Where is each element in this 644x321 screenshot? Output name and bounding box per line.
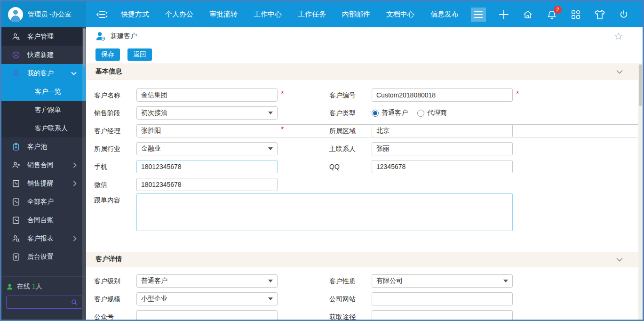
main-contact-input[interactable] xyxy=(372,142,513,155)
radio-normal-customer[interactable] xyxy=(372,110,379,117)
customer-level-select[interactable]: 普通客户 xyxy=(136,274,278,288)
account-manager-label: 客户经理 xyxy=(94,124,135,137)
contact-book-icon xyxy=(11,179,21,188)
sidebar-scrollbar[interactable] xyxy=(82,27,86,320)
search-icon[interactable] xyxy=(71,298,78,306)
sidebar-scrollbar-thumb[interactable] xyxy=(83,28,86,67)
hamburger-menu-icon[interactable] xyxy=(471,8,486,22)
person-search-icon xyxy=(11,234,21,243)
sidebar-item-customer-list[interactable]: 客户一览 xyxy=(1,82,86,101)
chevron-down-icon[interactable] xyxy=(616,70,623,74)
notifications-bell-icon[interactable]: 2 xyxy=(546,9,557,20)
chevron-down-icon xyxy=(71,72,77,75)
qq-label: QQ xyxy=(329,160,370,173)
radio-label: 代理商 xyxy=(427,109,447,117)
official-account-input[interactable] xyxy=(136,310,278,320)
customer-nature-label: 客户性质 xyxy=(329,274,370,288)
sales-stage-select[interactable]: 初次接洽 xyxy=(136,106,278,120)
back-button[interactable]: 返回 xyxy=(127,48,152,61)
sidebar-item-sales-reminder[interactable]: 销售提醒 xyxy=(1,174,86,193)
sidebar-item-sales-contract[interactable]: 销售合同 xyxy=(1,156,86,174)
wechat-label: 微信 xyxy=(94,178,135,191)
user-name: 管理员 -办公室 xyxy=(28,10,72,19)
sales-stage-label: 销售阶段 xyxy=(94,106,135,120)
required-asterisk: * xyxy=(516,90,519,98)
sidebar-item-backend-settings[interactable]: 后台设置 xyxy=(1,248,86,266)
caret-down-icon xyxy=(268,112,273,114)
main-content: 新建客户 保存 返回 基本信息 客户名称 * 客户编号 xyxy=(86,27,643,320)
sidebar-search-box[interactable] xyxy=(6,296,82,309)
mobile-input[interactable] xyxy=(136,160,278,173)
add-icon[interactable] xyxy=(498,9,509,20)
sidebar-search-input[interactable] xyxy=(10,299,71,306)
menu-item-info-publish[interactable]: 信息发布 xyxy=(430,10,459,19)
industry-select[interactable]: 金融业 xyxy=(136,142,278,155)
theme-shirt-icon[interactable] xyxy=(594,9,605,20)
menu-item-internal-mail[interactable]: 内部邮件 xyxy=(342,10,370,19)
menu-item-work-center[interactable]: 工作中心 xyxy=(254,10,282,19)
apps-grid-icon[interactable] xyxy=(570,9,581,20)
region-label: 所属区域 xyxy=(329,124,370,137)
chevron-down-icon[interactable] xyxy=(616,257,623,262)
company-site-input[interactable] xyxy=(372,292,513,305)
company-site-label: 公司网站 xyxy=(329,292,370,305)
section-basic-info[interactable]: 基本信息 xyxy=(86,64,643,80)
customer-no-input[interactable] xyxy=(372,88,513,102)
sidebar-item-customer-report[interactable]: 客户报表 xyxy=(1,229,86,248)
menu-item-personal-office[interactable]: 个人办公 xyxy=(165,10,193,19)
chevron-right-icon xyxy=(73,236,77,241)
sidebar-item-customer-management[interactable]: 客户管理 xyxy=(1,27,86,46)
favorite-star-icon[interactable] xyxy=(614,32,623,40)
region-input[interactable] xyxy=(372,124,513,137)
mobile-label: 手机 xyxy=(94,160,135,173)
menu-item-document-center[interactable]: 文档中心 xyxy=(386,10,414,19)
content-scrollbar[interactable] xyxy=(638,64,643,320)
power-icon[interactable] xyxy=(618,9,629,20)
qq-input[interactable] xyxy=(372,160,513,173)
settings-book-icon xyxy=(11,253,21,261)
customer-nature-select[interactable]: 有限公司 xyxy=(372,274,513,288)
content-header: 新建客户 xyxy=(86,27,643,45)
required-asterisk: * xyxy=(281,90,284,98)
chevron-right-icon xyxy=(73,162,77,168)
menu-item-approval-flow[interactable]: 审批流转 xyxy=(209,10,238,19)
industry-label: 所属行业 xyxy=(94,142,135,155)
online-count: 1 xyxy=(32,282,36,290)
menu-item-shortcuts[interactable]: 快捷方式 xyxy=(121,10,149,19)
content-scrollbar-thumb[interactable] xyxy=(639,64,642,106)
caret-down-icon xyxy=(268,297,273,300)
save-button[interactable]: 保存 xyxy=(95,48,120,61)
form-row-textarea: 跟单内容 xyxy=(86,193,643,238)
form-row: 所属行业 金融业 主联系人 xyxy=(86,140,643,158)
main-contact-label: 主联系人 xyxy=(329,142,370,155)
section-customer-detail[interactable]: 客户详情 xyxy=(86,252,643,267)
person-icon xyxy=(11,69,21,78)
sidebar-item-all-customers[interactable]: 全部客户 xyxy=(1,193,86,211)
acquisition-input[interactable] xyxy=(372,310,513,320)
sidebar-item-my-customers[interactable]: 我的客户 xyxy=(1,64,86,82)
customer-name-input[interactable] xyxy=(136,88,278,102)
form-row: 客户级别 普通客户 客户性质 有限公司 xyxy=(86,272,643,290)
customer-type-radio-group: 普通客户 代理商 xyxy=(372,106,513,120)
sidebar-item-customer-pool[interactable]: 客户池 xyxy=(1,137,86,156)
sidebar-item-customer-follow[interactable]: 客户跟单 xyxy=(1,101,86,119)
user-pane[interactable]: 管理员 -办公室 xyxy=(1,1,86,27)
customer-name-label: 客户名称 xyxy=(94,88,135,102)
home-icon[interactable] xyxy=(522,9,533,20)
form-row: 公众号 获取途径 xyxy=(86,308,643,320)
online-status: 在线 1人 xyxy=(6,282,82,291)
sidebar-item-quick-new[interactable]: 快速新建 xyxy=(1,46,86,64)
menu-item-work-tasks[interactable]: 工作任务 xyxy=(298,10,326,19)
follow-content-textarea[interactable] xyxy=(136,193,513,231)
follow-content-label: 跟单内容 xyxy=(94,193,135,207)
sidebar-item-customer-contacts[interactable]: 客户联系人 xyxy=(1,119,86,137)
radio-agent[interactable] xyxy=(417,110,424,117)
customer-scale-select[interactable]: 小型企业 xyxy=(136,292,278,305)
collapse-menu-icon[interactable] xyxy=(96,10,108,19)
online-label: 在线 1人 xyxy=(17,282,42,291)
sidebar-item-contract-ledger[interactable]: 合同台账 xyxy=(1,211,86,229)
wechat-input[interactable] xyxy=(136,178,278,191)
new-customer-icon xyxy=(95,32,106,41)
online-person-icon xyxy=(6,283,13,290)
clipboard-icon xyxy=(11,143,21,151)
